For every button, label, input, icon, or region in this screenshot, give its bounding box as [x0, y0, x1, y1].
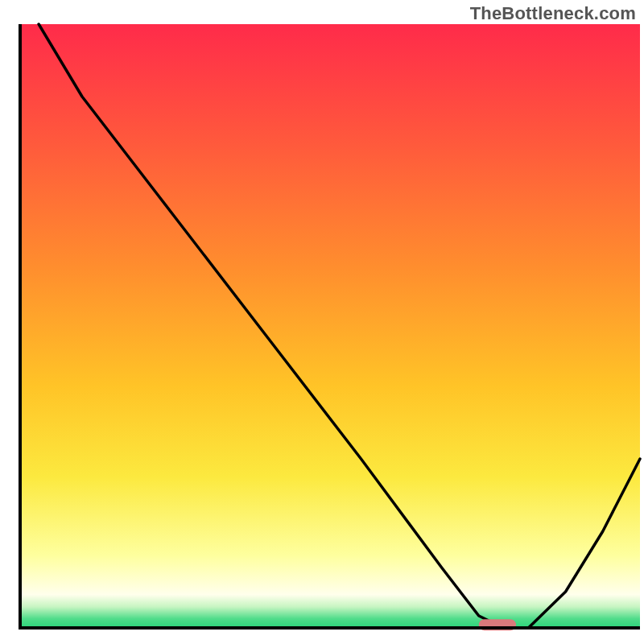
chart-container: TheBottleneck.com — [0, 0, 644, 644]
watermark-text: TheBottleneck.com — [470, 3, 636, 24]
plot-background — [20, 24, 640, 628]
chart-svg — [0, 0, 644, 644]
